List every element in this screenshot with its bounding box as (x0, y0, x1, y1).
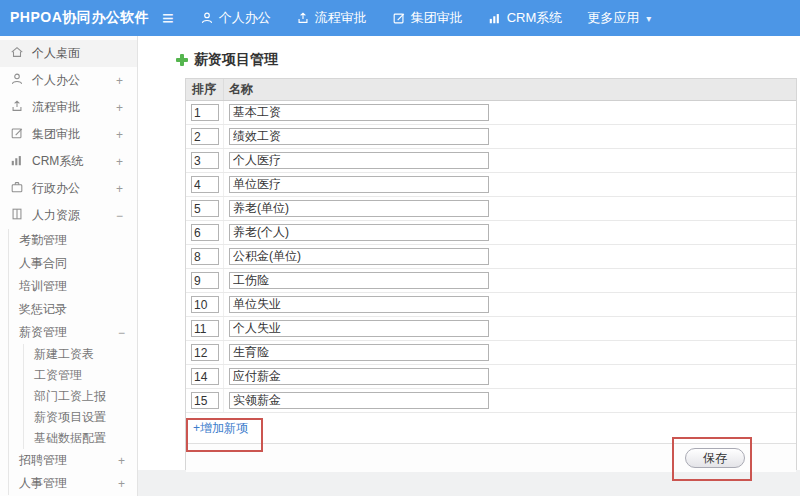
sidebar-item-label: 流程审批 (32, 99, 80, 116)
order-input[interactable] (191, 368, 219, 385)
order-input[interactable] (191, 320, 219, 337)
sidebar-item-desktop[interactable]: 个人桌面 (0, 40, 137, 67)
sidebar-item-recruitment[interactable]: 招聘管理 + (9, 449, 137, 472)
collapse-icon[interactable]: − (118, 326, 125, 340)
order-input[interactable] (191, 344, 219, 361)
name-input[interactable] (229, 176, 489, 193)
sidebar-item-crm[interactable]: CRM系统 + (0, 148, 137, 175)
name-input[interactable] (229, 104, 489, 121)
add-item-row: +增加新项 (186, 413, 796, 444)
order-input[interactable] (191, 200, 219, 217)
topnav-more-apps[interactable]: 更多应用 ▾ (587, 9, 651, 27)
sidebar: 个人桌面 个人办公 + 流程审批 + 集团审批 + CRM系统 + 行政办公 + (0, 36, 138, 496)
name-input[interactable] (229, 152, 489, 169)
name-input[interactable] (229, 224, 489, 241)
sidebar-item-rewards[interactable]: 奖惩记录 (9, 298, 137, 321)
order-input[interactable] (191, 128, 219, 145)
bar-chart-icon (10, 153, 24, 170)
green-plus-icon (176, 54, 188, 66)
top-navigation: 个人办公 流程审批 集团审批 CRM系统 更多应用 ▾ (200, 9, 652, 27)
table-row (186, 101, 796, 125)
sidebar-item-label: 人力资源 (32, 207, 80, 224)
topnav-group-approval[interactable]: 集团审批 (392, 9, 463, 27)
sidebar-item-personal-office[interactable]: 个人办公 + (0, 67, 137, 94)
name-input[interactable] (229, 344, 489, 361)
expand-icon[interactable]: + (116, 182, 123, 196)
table-header: 排序 名称 (186, 79, 796, 101)
topnav-process-approval[interactable]: 流程审批 (296, 9, 367, 27)
expand-icon[interactable]: + (116, 128, 123, 142)
sidebar-item-dept-payroll-report[interactable]: 部门工资上报 (24, 386, 137, 407)
topnav-label: 流程审批 (315, 9, 367, 27)
topbar: PHPOA协同办公软件 ≡ 个人办公 流程审批 集团审批 CRM系统 更多应用 … (0, 0, 800, 36)
column-header-order: 排序 (186, 79, 224, 100)
name-input[interactable] (229, 128, 489, 145)
main-area: 薪资项目管理 排序 名称 (138, 36, 800, 496)
order-input[interactable] (191, 296, 219, 313)
topnav-personal-office[interactable]: 个人办公 (200, 9, 271, 27)
user-icon (200, 11, 214, 25)
save-button[interactable]: 保存 (685, 448, 745, 468)
name-input[interactable] (229, 200, 489, 217)
sidebar-item-personnel-mgmt[interactable]: 人事管理 + (9, 472, 137, 495)
name-input[interactable] (229, 296, 489, 313)
sidebar-item-payroll-mgmt[interactable]: 工资管理 (24, 365, 137, 386)
collapse-icon[interactable]: − (116, 209, 123, 223)
salary-items-table: 排序 名称 (185, 78, 797, 473)
sidebar-item-process-approval[interactable]: 流程审批 + (0, 94, 137, 121)
topnav-label: 更多应用 (587, 9, 639, 27)
sidebar-item-label: 集团审批 (32, 126, 80, 143)
table-row (186, 365, 796, 389)
sidebar-item-label: 个人办公 (32, 72, 80, 89)
sidebar-item-new-payroll[interactable]: 新建工资表 (24, 344, 137, 365)
table-row (186, 149, 796, 173)
order-input[interactable] (191, 248, 219, 265)
sidebar-item-salary-mgmt[interactable]: 薪资管理 − (9, 321, 137, 344)
topnav-label: 集团审批 (411, 9, 463, 27)
sidebar-item-group-approval[interactable]: 集团审批 + (0, 121, 137, 148)
order-input[interactable] (191, 272, 219, 289)
topnav-label: CRM系统 (507, 9, 563, 27)
topnav-crm[interactable]: CRM系统 (488, 9, 563, 27)
sidebar-item-label: CRM系统 (32, 153, 83, 170)
expand-icon[interactable]: + (118, 454, 125, 468)
order-input[interactable] (191, 104, 219, 121)
briefcase-icon (10, 180, 24, 197)
page-title: 薪资项目管理 (176, 48, 800, 72)
order-input[interactable] (191, 392, 219, 409)
expand-icon[interactable]: + (118, 477, 125, 491)
name-input[interactable] (229, 272, 489, 289)
name-input[interactable] (229, 392, 489, 409)
sidebar-item-attendance[interactable]: 考勤管理 (9, 229, 137, 252)
app-logo: PHPOA协同办公软件 (0, 9, 162, 27)
table-row (186, 221, 796, 245)
table-row (186, 293, 796, 317)
sidebar-salary-submenu: 新建工资表 工资管理 部门工资上报 薪资项目设置 基础数据配置 (23, 344, 137, 449)
order-input[interactable] (191, 176, 219, 193)
content-panel: 薪资项目管理 排序 名称 (138, 36, 800, 470)
page-bottom-area (138, 470, 800, 496)
table-row (186, 317, 796, 341)
sidebar-item-training[interactable]: 培训管理 (9, 275, 137, 298)
topnav-label: 个人办公 (219, 9, 271, 27)
order-input[interactable] (191, 152, 219, 169)
table-row (186, 245, 796, 269)
expand-icon[interactable]: + (116, 155, 123, 169)
expand-icon[interactable]: + (116, 74, 123, 88)
sidebar-item-admin-office[interactable]: 行政办公 + (0, 175, 137, 202)
home-icon (10, 45, 24, 62)
sidebar-item-hr-contract[interactable]: 人事合同 (9, 252, 137, 275)
name-input[interactable] (229, 248, 489, 265)
expand-icon[interactable]: + (116, 101, 123, 115)
menu-toggle-icon[interactable]: ≡ (162, 8, 174, 28)
column-header-name: 名称 (224, 81, 253, 98)
add-new-item-link[interactable]: +增加新项 (193, 420, 248, 437)
sidebar-item-base-data-config[interactable]: 基础数据配置 (24, 428, 137, 449)
sidebar-item-hr[interactable]: 人力资源 − (0, 202, 137, 229)
edit-icon (392, 11, 406, 25)
name-input[interactable] (229, 320, 489, 337)
table-row (186, 197, 796, 221)
order-input[interactable] (191, 224, 219, 241)
name-input[interactable] (229, 368, 489, 385)
sidebar-item-salary-item-settings[interactable]: 薪资项目设置 (24, 407, 137, 428)
